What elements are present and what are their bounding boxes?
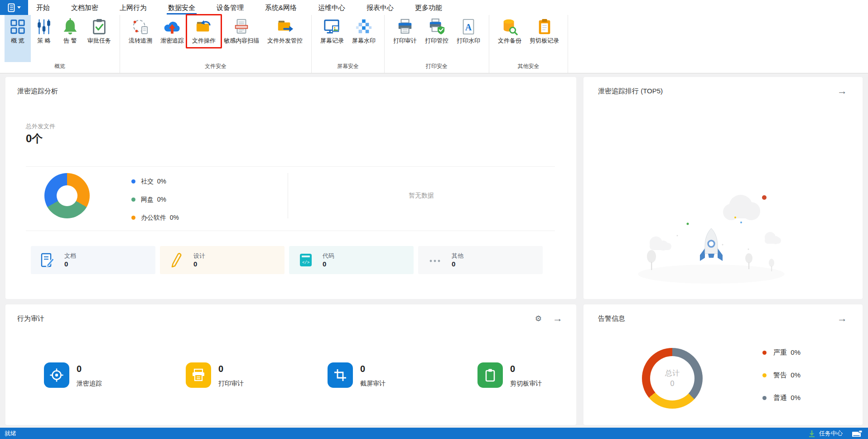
- bell-icon: [61, 18, 79, 36]
- panel-title: 告警信息: [598, 314, 625, 323]
- legend-item-warning: 警告 0%: [762, 371, 800, 379]
- mosaic-watermark-icon: [355, 18, 373, 36]
- ribbon-button-print-watermark[interactable]: A 打印水印: [453, 15, 484, 44]
- task-center-button[interactable]: 任务中心: [808, 429, 863, 438]
- sliders-icon: [35, 18, 53, 36]
- stat-value: 0: [77, 363, 102, 374]
- ribbon-button-sensitive-scan[interactable]: 敏感内容扫描: [220, 15, 263, 44]
- panel-behavior-audit: 行为审计 ⚙ → 0 泄密追踪: [5, 304, 576, 425]
- stat-label: 泄密追踪: [77, 380, 102, 388]
- page-letter-icon: A: [459, 18, 477, 36]
- ribbon-button-print-control[interactable]: 打印管控: [421, 15, 453, 44]
- menu-tab-ops-center[interactable]: 运维中心: [318, 0, 345, 15]
- menu-tab-start[interactable]: 开始: [36, 0, 50, 15]
- alert-level-donut-chart: 总计 0: [642, 348, 703, 409]
- card-value: 0: [323, 260, 334, 268]
- legend-dot: [131, 179, 135, 183]
- ribbon-button-file-backup[interactable]: 文件备份: [494, 15, 526, 44]
- folder-return-icon: [195, 18, 213, 36]
- ribbon-group-label: 屏幕安全: [312, 62, 384, 73]
- stat-screenshot-audit: 0 截屏审计: [328, 362, 386, 388]
- ribbon-button-leak-trace[interactable]: 泄密追踪: [156, 15, 188, 44]
- ribbon-button-label: 泄密追踪: [160, 37, 184, 44]
- pencil-icon: [170, 253, 183, 267]
- alert-legend: 严重 0% 警告 0% 普通 0%: [762, 348, 800, 402]
- monitor-record-icon: [323, 18, 341, 36]
- ellipsis-icon: [428, 253, 442, 267]
- arrow-right-icon[interactable]: →: [553, 314, 563, 323]
- stat-print-audit: 0 打印审计: [186, 362, 244, 388]
- ribbon-button-policy[interactable]: 策 略: [31, 15, 57, 44]
- ribbon-button-label: 策 略: [37, 37, 51, 44]
- stat-leak-trace: 0 泄密追踪: [44, 362, 102, 388]
- clipboard-check-icon: [90, 18, 108, 36]
- code-icon: </>: [299, 253, 313, 267]
- legend-dot: [762, 351, 767, 355]
- panel-title: 行为审计: [17, 314, 44, 323]
- download-icon: [808, 430, 815, 437]
- menu-tab-data-security[interactable]: 数据安全: [168, 0, 195, 15]
- ribbon-button-label: 文件外发管控: [267, 37, 303, 44]
- arrow-right-icon[interactable]: →: [837, 86, 847, 96]
- card-label: 代码: [323, 252, 334, 260]
- window-icon[interactable]: [852, 430, 863, 437]
- empty-data-text: 暂无数据: [288, 192, 555, 200]
- ribbon-button-screen-watermark[interactable]: 屏幕水印: [348, 15, 380, 44]
- ribbon-button-label: 审批任务: [87, 37, 111, 44]
- ribbon-group-label: 其他安全: [489, 62, 568, 73]
- ribbon-toolbar: 概 览 策 略: [0, 15, 868, 73]
- panel-leak-trace-analysis: 泄密追踪分析 总外发文件 0个 社交 0% 网盘 0% 办公软件 0% 暂无数据: [5, 77, 576, 299]
- menu-tab-more[interactable]: 更多功能: [415, 0, 442, 15]
- menu-tab-system-network[interactable]: 系统&网络: [265, 0, 297, 15]
- ribbon-button-flow-trace[interactable]: 流转追溯: [125, 15, 156, 44]
- ribbon-group-screen-security: 屏幕记录 屏幕水印 屏幕安全: [312, 15, 385, 73]
- gear-icon[interactable]: ⚙: [535, 314, 542, 323]
- leak-channel-donut-chart: [44, 173, 90, 218]
- ribbon-button-label: 文件备份: [498, 37, 521, 44]
- ribbon-button-label: 文件操作: [192, 37, 216, 44]
- ribbon-button-print-audit[interactable]: 打印审计: [389, 15, 421, 44]
- ribbon-group-overview: 概 览 策 略: [0, 15, 120, 73]
- stat-value: 0: [360, 363, 386, 374]
- menu-tab-report-center[interactable]: 报表中心: [366, 0, 394, 15]
- file-category-cards: 文档 0 设计 0 </> 代码 0 其他: [31, 246, 554, 274]
- status-text: 就绪: [5, 429, 16, 438]
- ribbon-button-alert[interactable]: 告 警: [57, 15, 83, 44]
- menu-tab-web-behavior[interactable]: 上网行为: [120, 0, 147, 15]
- ribbon-button-overview[interactable]: 概 览: [5, 15, 31, 62]
- ribbon-button-approval-tasks[interactable]: 审批任务: [83, 15, 115, 44]
- svg-text:A: A: [465, 22, 472, 32]
- card-label: 其他: [452, 252, 463, 260]
- ribbon-button-label: 敏感内容扫描: [224, 37, 259, 44]
- stat-label: 截屏审计: [360, 380, 386, 388]
- app-window: 开始 文档加密 上网行为 数据安全 设备管理 系统&网络 运维中心 报表中心 更…: [0, 0, 868, 439]
- target-icon: [44, 362, 69, 388]
- leak-channel-legend: 社交 0% 网盘 0% 办公软件 0%: [131, 177, 179, 222]
- card-value: 0: [193, 260, 205, 268]
- panel-leak-trace-ranking: 泄密追踪排行 (TOP5) →: [583, 77, 863, 299]
- menu-tab-doc-encrypt[interactable]: 文档加密: [71, 0, 98, 15]
- ribbon-button-label: 打印审计: [393, 37, 417, 44]
- ribbon-group-label: 概览: [0, 62, 120, 73]
- alert-total-label: 总计: [665, 368, 680, 378]
- overview-grid-icon: [9, 18, 27, 36]
- arrow-right-icon[interactable]: →: [837, 314, 847, 323]
- divider: [26, 231, 555, 231]
- ribbon-button-file-operations[interactable]: 文件操作: [188, 15, 220, 44]
- chevron-down-icon: [17, 6, 21, 9]
- ribbon-group-file-security: 流转追溯 泄密追踪: [120, 15, 312, 73]
- ribbon-button-label: 屏幕水印: [352, 37, 376, 44]
- ribbon-button-screen-record[interactable]: 屏幕记录: [316, 15, 348, 44]
- ribbon-button-clipboard-record[interactable]: 剪切板记录: [526, 15, 563, 44]
- clipboard-record-icon: [535, 18, 554, 36]
- panel-title: 泄密追踪排行 (TOP5): [598, 87, 663, 96]
- app-menu-button[interactable]: [0, 0, 28, 15]
- document-scan-icon: [232, 18, 251, 36]
- ribbon-button-label: 告 警: [63, 37, 77, 44]
- legend-dot: [762, 396, 767, 400]
- ribbon-group-label: 打印安全: [385, 62, 489, 73]
- menu-tab-device-mgmt[interactable]: 设备管理: [217, 0, 244, 15]
- ribbon-button-file-export-control[interactable]: 文件外发管控: [263, 15, 307, 44]
- legend-dot: [131, 198, 135, 202]
- printer-icon: [396, 18, 414, 36]
